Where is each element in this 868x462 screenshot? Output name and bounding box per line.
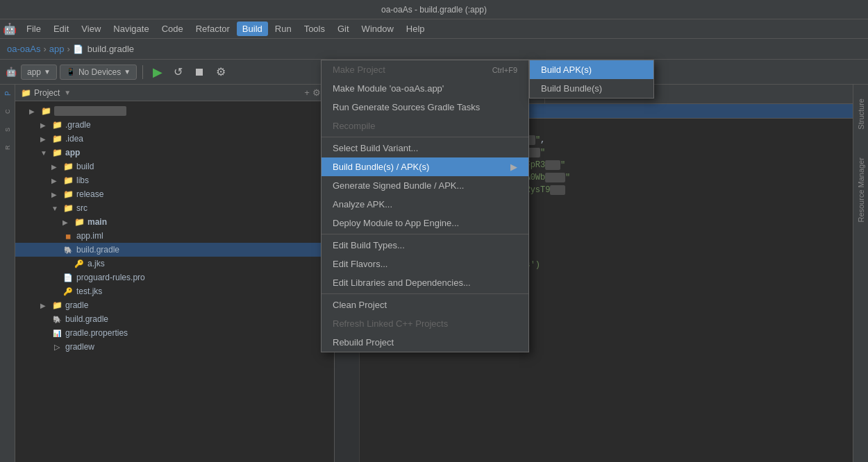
list-item[interactable]: ▼ 📁 src xyxy=(15,201,334,215)
list-item[interactable]: 🐘 build.gradle xyxy=(15,243,334,257)
item-label: src xyxy=(76,203,87,213)
arrow-icon: ▶ xyxy=(51,163,60,171)
list-item[interactable]: ▶ 📁 build xyxy=(15,160,334,173)
build-menu: Make Project Ctrl+F9 Make Module 'oa-oaA… xyxy=(321,60,529,352)
devices-dropdown[interactable]: 📱 No Devices ▼ xyxy=(60,65,137,80)
panel-dropdown-icon[interactable]: ▼ xyxy=(64,89,71,96)
list-item[interactable]: 📊 gradle.properties xyxy=(15,326,334,340)
submenu-item-label: Build Bundle(s) xyxy=(541,83,602,94)
menu-git[interactable]: Git xyxy=(332,22,355,36)
menu-code[interactable]: Code xyxy=(156,22,189,36)
menu-window[interactable]: Window xyxy=(356,22,399,36)
menu-help[interactable]: Help xyxy=(401,22,431,36)
list-item[interactable]: ▶ 📁 .gradle xyxy=(15,118,334,132)
item-label: a.jks xyxy=(87,259,105,268)
menu-item-label: Rebuild Project xyxy=(333,337,394,348)
title-bar: oa-oaAs - build.gradle (:app) xyxy=(0,0,868,19)
list-item[interactable]: ◼ app.iml xyxy=(15,229,334,243)
list-item[interactable]: ▶ 📁 .idea xyxy=(15,132,334,146)
list-item[interactable]: ▶ 📁 release xyxy=(15,187,334,201)
menu-file[interactable]: File xyxy=(21,22,47,36)
menu-build-bundle-apk[interactable]: Build Bundle(s) / APK(s) ▶ xyxy=(322,157,528,176)
item-label: build.gradle xyxy=(76,245,119,255)
app-dropdown-chevron: ▼ xyxy=(44,68,51,76)
item-label: gradle xyxy=(65,300,88,310)
menu-navigate[interactable]: Navigate xyxy=(108,22,154,36)
menu-item-label: Recompile xyxy=(333,121,375,131)
sidebar-label-structure[interactable]: Structure xyxy=(857,99,865,130)
menu-analyze-apk[interactable]: Analyze APK... xyxy=(322,195,528,214)
list-item[interactable]: ▼ 📁 app xyxy=(15,146,334,160)
list-item[interactable]: 📄 proguard-rules.pro xyxy=(15,271,334,284)
menu-make-project: Make Project Ctrl+F9 xyxy=(322,60,528,79)
breadcrumb-module[interactable]: app xyxy=(49,44,65,54)
app-dropdown-label: app xyxy=(27,67,41,77)
menu-view[interactable]: View xyxy=(76,22,106,36)
folder-icon: 📁 xyxy=(62,203,74,214)
list-item[interactable]: 🐘 build.gradle xyxy=(15,312,334,326)
folder-icon: 📁 xyxy=(40,105,51,117)
sidebar-commit-icon[interactable]: C xyxy=(1,105,14,118)
run-button[interactable]: ▶ xyxy=(149,62,167,83)
menu-clean-project[interactable]: Clean Project xyxy=(322,296,528,314)
menu-refresh-cpp: Refresh Linked C++ Projects xyxy=(322,314,528,333)
menu-edit-libraries[interactable]: Edit Libraries and Dependencies... xyxy=(322,273,528,292)
sidebar-project-icon[interactable]: P xyxy=(1,87,14,100)
menu-run-generate[interactable]: Run Generate Sources Gradle Tasks xyxy=(322,98,528,117)
toolbar-divider1 xyxy=(142,65,143,79)
list-item[interactable]: ▷ gradlew xyxy=(15,340,334,354)
sidebar-label-resource[interactable]: Resource Manager xyxy=(857,157,865,223)
arrow-icon: ▶ xyxy=(40,121,49,129)
menu-refactor[interactable]: Refactor xyxy=(190,22,235,36)
list-item[interactable]: ▶ 📁 main xyxy=(15,215,334,229)
menu-item-label: Generate Signed Bundle / APK... xyxy=(333,180,464,191)
menu-item-label: Deploy Module to App Engine... xyxy=(333,218,459,228)
code-text: " xyxy=(535,135,540,145)
folder-icon: 📁 xyxy=(51,133,62,144)
menu-generate-signed[interactable]: Generate Signed Bundle / APK... xyxy=(322,176,528,195)
menu-item-label: Refresh Linked C++ Projects xyxy=(333,318,448,329)
menu-select-variant[interactable]: Select Build Variant... xyxy=(322,139,528,157)
submenu-arrow-icon: ▶ xyxy=(510,162,517,172)
right-sidebar: Structure Resource Manager xyxy=(853,85,868,462)
stop-button[interactable]: ⏹ xyxy=(190,63,209,81)
rerun-button[interactable]: ↺ xyxy=(169,62,187,81)
item-label: gradlew xyxy=(65,342,94,352)
gradle-icon: 🐘 xyxy=(51,314,62,325)
item-label: proguard-rules.pro xyxy=(76,273,145,282)
devices-dropdown-section: 📱 No Devices ▼ xyxy=(60,65,137,80)
arrow-icon: ▶ xyxy=(40,135,49,143)
sidebar-resource-icon[interactable]: R xyxy=(1,142,14,154)
menu-run[interactable]: Run xyxy=(269,22,297,36)
project-tree: ▶ 📁 blurred path ▶ 📁 .gradle ▶ 📁 .idea ▼… xyxy=(15,101,334,462)
menu-tools[interactable]: Tools xyxy=(299,22,331,36)
breadcrumb-project[interactable]: oa-oaAs xyxy=(7,44,40,54)
menu-item-label: Analyze APK... xyxy=(333,199,392,209)
panel-title: 📁 Project ▼ xyxy=(21,88,71,98)
menu-rebuild-project[interactable]: Rebuild Project xyxy=(322,333,528,352)
menu-deploy-module[interactable]: Deploy Module to App Engine... xyxy=(322,214,528,232)
list-item[interactable]: ▶ 📁 blurred path xyxy=(15,104,334,118)
menu-item-label: Select Build Variant... xyxy=(333,143,418,153)
sidebar-structure-icon[interactable]: S xyxy=(1,123,14,136)
list-item[interactable]: 🔑 test.jks xyxy=(15,284,334,298)
list-item[interactable]: ▶ 📁 libs xyxy=(15,173,334,187)
folder-icon: 📁 xyxy=(62,161,74,172)
key-icon: 🔑 xyxy=(74,258,85,269)
list-item[interactable]: ▶ 📁 gradle xyxy=(15,298,334,312)
gradle-props-icon: 📊 xyxy=(51,327,62,339)
menu-make-module[interactable]: Make Module 'oa-oaAs.app' xyxy=(322,79,528,98)
submenu-build-apk[interactable]: Build APK(s) xyxy=(530,60,653,79)
arrow-icon: ▶ xyxy=(40,302,49,309)
menu-build[interactable]: Build xyxy=(237,22,268,36)
menu-edit-flavors[interactable]: Edit Flavors... xyxy=(322,255,528,273)
menu-edit-build-types[interactable]: Edit Build Types... xyxy=(322,236,528,255)
panel-settings-btn[interactable]: ⚙ xyxy=(312,87,321,98)
panel-add-btn[interactable]: + xyxy=(304,87,310,98)
app-dropdown[interactable]: app ▼ xyxy=(21,65,57,80)
menu-edit[interactable]: Edit xyxy=(48,22,74,36)
submenu-build-bundle[interactable]: Build Bundle(s) xyxy=(530,79,653,98)
sync-button[interactable]: ⚙ xyxy=(212,62,230,81)
list-item[interactable]: 🔑 a.jks xyxy=(15,257,334,271)
arrow-icon: ▶ xyxy=(29,108,37,115)
